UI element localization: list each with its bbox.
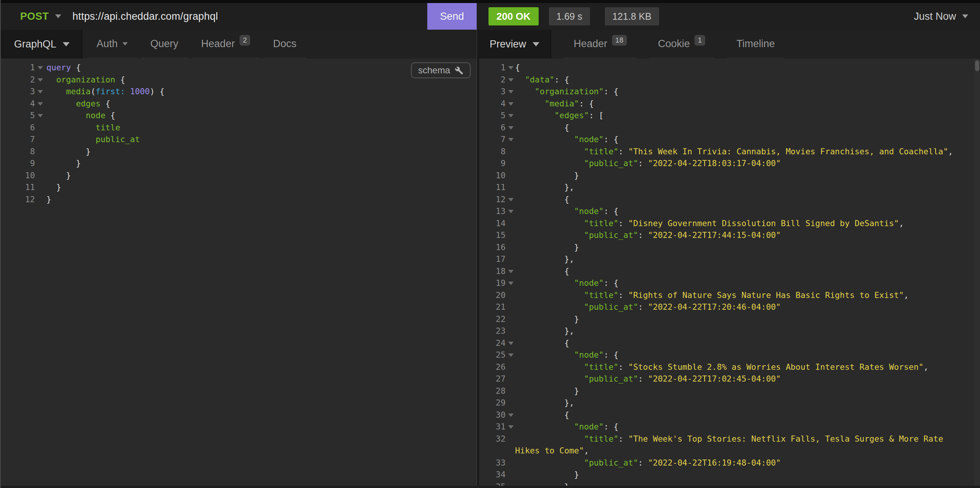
tab-auth[interactable]: Auth xyxy=(88,30,137,59)
fold-toggle-icon[interactable] xyxy=(506,205,515,218)
line-number: 7 xyxy=(0,134,35,146)
tab-docs[interactable]: Docs xyxy=(264,30,305,59)
line-number: 29 xyxy=(479,397,506,409)
fold-toggle-icon[interactable] xyxy=(506,194,515,206)
line-number: 2 xyxy=(479,74,506,86)
tab-query[interactable]: Query xyxy=(142,30,188,59)
line-number: 11 xyxy=(479,181,506,194)
fold-gutter xyxy=(35,134,46,146)
fold-toggle-icon[interactable] xyxy=(506,110,515,122)
line-number: 8 xyxy=(0,146,35,158)
fold-gutter xyxy=(35,170,46,182)
code-line: 27 "public_at": "2022-04-22T17:02:45-04:… xyxy=(479,373,980,385)
response-pane: Preview Header 18 Cookie 1 Timeline 1{2 … xyxy=(479,30,980,488)
fold-gutter xyxy=(506,433,515,445)
code-text: "public_at": "2022-04-22T17:44:15-04:00" xyxy=(515,229,980,242)
line-number: 6 xyxy=(479,122,506,134)
fold-toggle-icon[interactable] xyxy=(506,134,515,146)
code-line: 33 "public_at": "2022-04-22T16:19:48-04:… xyxy=(479,457,980,469)
cookie-count-badge: 1 xyxy=(695,35,706,46)
fold-gutter xyxy=(35,122,46,134)
fold-gutter xyxy=(35,157,46,170)
scrollbar-thumb[interactable] xyxy=(975,60,979,71)
fold-gutter xyxy=(506,457,515,469)
code-text: "public_at": "2022-04-22T17:02:45-04:00" xyxy=(515,373,980,385)
fold-toggle-icon[interactable] xyxy=(35,98,46,110)
tab-cookie[interactable]: Cookie 1 xyxy=(649,30,715,59)
graphql-query-editor[interactable]: schema 1query {2 organization {3 media(f… xyxy=(0,59,477,488)
fold-toggle-icon[interactable] xyxy=(35,86,46,98)
schema-button[interactable]: schema xyxy=(411,62,471,78)
http-method-dropdown[interactable]: POST xyxy=(20,11,49,22)
body-type-dropdown[interactable]: GraphQL xyxy=(0,30,83,59)
window-left-border xyxy=(0,0,1,488)
code-text: "data": { xyxy=(515,74,980,86)
fold-toggle-icon[interactable] xyxy=(35,62,46,74)
fold-toggle-icon[interactable] xyxy=(506,122,515,134)
line-number: 12 xyxy=(479,194,506,206)
code-line: 32 "title": "The Week's Top Stories: Net… xyxy=(479,433,980,445)
fold-toggle-icon[interactable] xyxy=(506,265,515,277)
response-header-count-badge: 18 xyxy=(612,35,627,46)
fold-toggle-icon[interactable] xyxy=(35,110,46,122)
code-line: 28 } xyxy=(479,385,980,397)
fold-toggle-icon[interactable] xyxy=(506,277,515,289)
tab-response-header[interactable]: Header 18 xyxy=(565,30,636,59)
code-text: } xyxy=(46,157,477,170)
line-number: 21 xyxy=(479,301,506,313)
fold-gutter xyxy=(35,181,46,194)
chevron-down-icon xyxy=(63,42,70,46)
code-line: 34 } xyxy=(479,469,980,481)
fold-toggle-icon[interactable] xyxy=(35,74,46,86)
response-history-dropdown[interactable]: Just Now xyxy=(914,11,968,22)
code-line: 3 media(first: 1000) { xyxy=(0,86,477,98)
code-text: "title": "Disney Government Dissolution … xyxy=(515,218,980,230)
fold-gutter xyxy=(506,157,515,170)
code-text: edges { xyxy=(46,98,477,110)
fold-gutter xyxy=(35,146,46,158)
fold-gutter xyxy=(506,253,515,265)
fold-toggle-icon[interactable] xyxy=(506,86,515,98)
code-text: "node": { xyxy=(515,349,980,361)
code-line: 31 "node": { xyxy=(479,421,980,433)
line-number: 14 xyxy=(479,218,506,230)
tab-timeline[interactable]: Timeline xyxy=(727,30,784,59)
line-number: 1 xyxy=(0,62,35,74)
response-json-viewer[interactable]: 1{2 "data": {3 "organization": {4 "media… xyxy=(479,59,980,488)
code-line: 7 public_at xyxy=(0,134,477,146)
line-number: 3 xyxy=(0,86,35,98)
code-line: 9 } xyxy=(0,157,477,170)
tab-header-label: Header xyxy=(201,38,235,50)
scrollbar-track[interactable] xyxy=(974,59,980,488)
preview-mode-dropdown[interactable]: Preview xyxy=(479,30,551,59)
fold-toggle-icon[interactable] xyxy=(506,74,515,86)
fold-gutter xyxy=(35,194,46,206)
url-input[interactable]: https://api.cheddar.com/graphql xyxy=(73,11,218,22)
chevron-down-icon[interactable] xyxy=(55,14,61,18)
code-line: 21 "public_at": "2022-04-22T17:20:46-04:… xyxy=(479,301,980,313)
fold-toggle-icon[interactable] xyxy=(506,337,515,349)
line-number xyxy=(479,445,506,457)
code-line: 12} xyxy=(0,194,477,206)
send-button[interactable]: Send xyxy=(427,3,477,30)
line-number: 20 xyxy=(479,289,506,301)
fold-toggle-icon[interactable] xyxy=(506,62,515,74)
fold-gutter xyxy=(506,325,515,337)
code-line: 5 node { xyxy=(0,110,477,122)
fold-toggle-icon[interactable] xyxy=(506,349,515,361)
response-size-badge: 121.8 KB xyxy=(605,7,659,25)
tab-header[interactable]: Header 2 xyxy=(192,30,259,59)
fold-toggle-icon[interactable] xyxy=(506,421,515,433)
fold-toggle-icon[interactable] xyxy=(506,409,515,421)
code-line: 6 title xyxy=(0,122,477,134)
fold-gutter xyxy=(506,445,515,457)
fold-gutter xyxy=(506,373,515,385)
fold-toggle-icon[interactable] xyxy=(506,98,515,110)
wrench-icon xyxy=(455,66,463,75)
code-text: }, xyxy=(515,397,980,409)
code-text: "node": { xyxy=(515,421,980,433)
code-line: 4 "media": { xyxy=(479,98,980,110)
code-text: } xyxy=(515,385,980,397)
code-text: "public_at": "2022-04-22T18:03:17-04:00" xyxy=(515,157,980,170)
code-text: } xyxy=(46,170,477,182)
